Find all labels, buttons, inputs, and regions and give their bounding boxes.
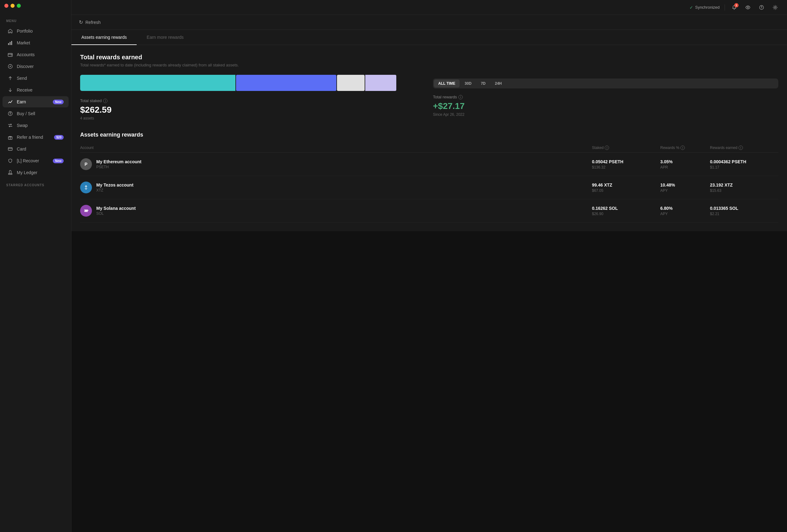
bar-segment-1	[80, 75, 235, 91]
rewards-earned-cell-sol: 0.013365 SOL $2.21	[710, 206, 778, 216]
earn-badge: New	[53, 99, 64, 104]
sidebar-menu-label: MENU	[0, 16, 71, 25]
reward-tabs: Assets earning rewards Earn more rewards	[71, 30, 787, 45]
gift-icon	[7, 134, 13, 140]
table-header: Account Staked i Rewards % i Rewards ear…	[80, 143, 778, 153]
total-rewards-section: Total rewards earned Total rewards* earn…	[71, 45, 787, 132]
sidebar-item-accounts[interactable]: Accounts	[2, 49, 69, 60]
sync-icon: ✓	[689, 5, 693, 10]
buy-sell-icon	[7, 111, 13, 116]
assets-section: Assets earning rewards Account Staked i …	[71, 132, 787, 231]
sidebar-item-buy-sell[interactable]: Buy / Sell	[2, 108, 69, 119]
account-info-eth: My Ethereum account PSETH	[96, 159, 141, 169]
chart-bar-icon	[7, 40, 13, 46]
account-ticker-eth: PSETH	[96, 165, 141, 169]
rewards-info-icon[interactable]: i	[459, 95, 463, 99]
settings-button[interactable]	[771, 3, 780, 12]
rewards-earned-cell-xtz: 23.192 XTZ $15.63	[710, 182, 778, 193]
sidebar-item-discover[interactable]: Discover	[2, 61, 69, 72]
notification-badge: 1	[734, 3, 739, 7]
section-title: Total rewards earned	[80, 54, 778, 61]
sidebar-label-earn: Earn	[17, 99, 26, 104]
sidebar-label-send: Send	[17, 76, 27, 81]
topbar: ✓ Synchronized 1	[71, 0, 787, 15]
stats-container: Total staked i $262.59 4 assets ALL TIME…	[80, 75, 778, 120]
sidebar-item-card[interactable]: Card	[2, 143, 69, 155]
sidebar-item-my-ledger[interactable]: My Ledger	[2, 167, 69, 178]
sidebar-label-recover: [L] Recover	[17, 158, 39, 163]
account-ticker-sol: SOL	[96, 212, 136, 216]
bar-segment-3	[337, 75, 365, 91]
bar-chart	[80, 75, 425, 91]
account-ticker-xtz: XTZ	[96, 188, 133, 193]
total-staked-sub: 4 assets	[80, 116, 111, 120]
tab-assets-earning[interactable]: Assets earning rewards	[71, 30, 137, 45]
sidebar-label-refer: Refer a friend	[17, 135, 43, 140]
total-staked-block: Total staked i $262.59 4 assets	[80, 98, 111, 120]
assets-table-title: Assets earning rewards	[80, 132, 778, 138]
account-name-sol: My Solana account	[96, 206, 136, 211]
tab-earn-more[interactable]: Earn more rewards	[137, 30, 193, 45]
account-name-eth: My Ethereum account	[96, 159, 141, 164]
svg-point-12	[761, 8, 762, 8]
rewards-pct-cell-sol: 6.80% APY	[660, 206, 710, 216]
starred-accounts-label: STARRED ACCOUNTS	[0, 178, 71, 189]
ledger-icon	[7, 170, 13, 175]
svg-point-10	[747, 7, 748, 8]
svg-rect-2	[11, 41, 12, 45]
time-filters: ALL TIME 30D 7D 24H	[433, 79, 778, 88]
content-area: ↻ Refresh Assets earning rewards Earn mo…	[71, 15, 787, 532]
earn-icon	[7, 99, 13, 105]
home-icon	[7, 28, 13, 34]
bar-segment-2	[236, 75, 336, 91]
sidebar-item-earn[interactable]: Earn New	[2, 96, 69, 107]
notification-button[interactable]: 1	[730, 3, 739, 12]
refresh-bar[interactable]: ↻ Refresh	[71, 15, 787, 30]
shield-icon	[7, 158, 13, 163]
filter-24h[interactable]: 24H	[490, 80, 506, 88]
sidebar-item-portfolio[interactable]: Portfolio	[2, 25, 69, 37]
maximize-button[interactable]	[17, 4, 21, 8]
table-row[interactable]: My Solana account SOL 0.16262 SOL $26.90…	[80, 199, 778, 223]
table-row[interactable]: P My Ethereum account PSETH 0.05042 PSET…	[80, 153, 778, 176]
main-area: ✓ Synchronized 1	[71, 0, 787, 532]
rewards-pct-cell-eth: 3.05% APR	[660, 159, 710, 170]
sidebar-item-refer[interactable]: Refer a friend $20	[2, 132, 69, 143]
table-row[interactable]: My Tezos account XTZ 99.46 XTZ $67.05 10…	[80, 176, 778, 199]
staked-cell-sol: 0.16262 SOL $26.90	[592, 206, 660, 216]
staked-info-icon[interactable]: i	[103, 99, 107, 103]
account-info-sol: My Solana account SOL	[96, 206, 136, 216]
th-account: Account	[80, 146, 592, 150]
rewards-earned-col-info[interactable]: i	[739, 146, 743, 150]
minimize-button[interactable]	[10, 4, 15, 8]
total-rewards-block: Total rewards i +$27.17 Since Apr 26, 20…	[433, 95, 465, 117]
wallet-icon	[7, 52, 13, 58]
filter-30d[interactable]: 30D	[460, 80, 476, 88]
sidebar-label-accounts: Accounts	[17, 52, 35, 57]
rewards-pct-cell-xtz: 10.48% APY	[660, 182, 710, 193]
sidebar-item-recover[interactable]: [L] Recover New	[2, 155, 69, 167]
filter-7d[interactable]: 7D	[476, 80, 490, 88]
rewards-pct-col-info[interactable]: i	[680, 146, 685, 150]
staked-col-info[interactable]: i	[605, 146, 609, 150]
sidebar-label-buy-sell: Buy / Sell	[17, 111, 35, 116]
sidebar-item-send[interactable]: Send	[2, 73, 69, 84]
card-icon	[7, 146, 13, 152]
staked-cell-xtz: 99.46 XTZ $67.05	[592, 182, 660, 193]
help-button[interactable]	[757, 3, 766, 12]
recover-badge: New	[53, 159, 64, 163]
staked-cell-eth: 0.05042 PSETH $136.32	[592, 159, 660, 170]
th-rewards-earned: Rewards earned i	[710, 146, 778, 150]
topbar-divider	[725, 4, 725, 10]
close-button[interactable]	[4, 4, 8, 8]
sidebar-item-swap[interactable]: Swap	[2, 120, 69, 131]
filter-all-time[interactable]: ALL TIME	[434, 80, 460, 88]
account-cell-eth: P My Ethereum account PSETH	[80, 158, 592, 170]
svg-rect-8	[8, 148, 13, 151]
eye-button[interactable]	[744, 3, 752, 12]
sidebar-item-market[interactable]: Market	[2, 37, 69, 48]
bar-chart-area: Total staked i $262.59 4 assets	[80, 75, 425, 120]
svg-rect-1	[9, 42, 10, 45]
sidebar-item-receive[interactable]: Receive	[2, 84, 69, 95]
sidebar: MENU Portfolio Market Acco	[0, 0, 71, 532]
